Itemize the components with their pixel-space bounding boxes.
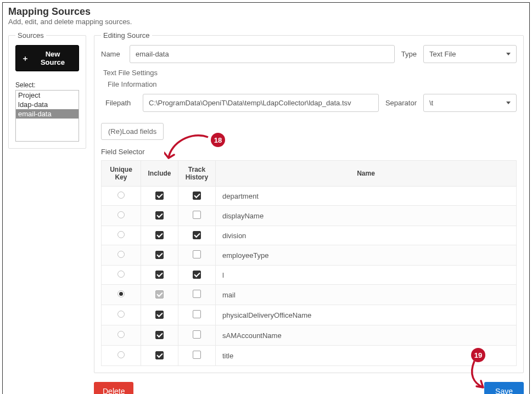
editing-source-legend: Editing Source xyxy=(101,31,152,40)
track-history-checkbox[interactable] xyxy=(193,211,201,219)
track-history-checkbox[interactable] xyxy=(193,192,201,200)
unique-key-radio[interactable] xyxy=(117,331,125,338)
reload-fields-button[interactable]: (Re)Load fields xyxy=(101,123,164,140)
unique-key-radio[interactable] xyxy=(117,271,125,278)
fileinfo-legend: File Information xyxy=(105,80,159,88)
track-history-checkbox[interactable] xyxy=(193,310,201,318)
source-item[interactable]: ldap-data xyxy=(16,100,79,109)
editing-source-panel: Editing Source Name Type Text File Text … xyxy=(94,31,524,373)
col-name: Name xyxy=(216,161,517,187)
track-history-checkbox[interactable] xyxy=(193,271,201,279)
name-label: Name xyxy=(101,50,123,58)
unique-key-radio[interactable] xyxy=(117,211,125,218)
type-label: Type xyxy=(401,50,417,58)
unique-key-radio[interactable] xyxy=(117,192,125,199)
field-name: physicalDeliveryOfficeName xyxy=(216,305,517,325)
include-checkbox[interactable] xyxy=(155,311,164,319)
include-checkbox[interactable] xyxy=(155,192,164,200)
field-name: mail xyxy=(216,285,517,305)
chevron-down-icon xyxy=(506,53,511,55)
sources-panel: Sources ＋ New Source Select: Projectldap… xyxy=(8,31,86,149)
page-title: Mapping Sources xyxy=(8,6,524,18)
filepath-input[interactable] xyxy=(143,94,379,112)
select-label: Select: xyxy=(15,81,79,89)
table-row: sAMAccountName xyxy=(102,325,517,346)
type-select[interactable]: Text File xyxy=(423,45,517,63)
include-checkbox[interactable] xyxy=(155,351,164,359)
new-source-button[interactable]: ＋ New Source xyxy=(15,45,79,71)
table-row: department xyxy=(102,187,517,206)
field-name: displayName xyxy=(216,206,517,226)
track-history-checkbox[interactable] xyxy=(193,250,201,258)
unique-key-radio[interactable] xyxy=(117,290,125,297)
type-value: Text File xyxy=(429,50,456,58)
callout-badge-18: 18 xyxy=(211,133,225,147)
table-row: division xyxy=(102,226,517,245)
include-checkbox[interactable] xyxy=(155,211,164,219)
col-unique-key: Unique Key xyxy=(102,161,141,187)
include-checkbox[interactable] xyxy=(155,271,164,279)
field-name: employeeType xyxy=(216,245,517,266)
include-checkbox xyxy=(155,290,164,299)
field-selector-table: Unique Key Include TrackHistory Name dep… xyxy=(101,160,517,366)
table-row: title xyxy=(102,346,517,366)
include-checkbox[interactable] xyxy=(155,251,164,259)
table-row: l xyxy=(102,266,517,285)
unique-key-radio[interactable] xyxy=(117,351,125,358)
chevron-down-icon xyxy=(506,102,511,104)
table-row: displayName xyxy=(102,206,517,226)
field-name: division xyxy=(216,226,517,245)
unique-key-radio[interactable] xyxy=(117,231,125,238)
track-history-checkbox[interactable] xyxy=(193,330,201,339)
new-source-label: New Source xyxy=(32,50,73,66)
separator-label: Separator xyxy=(385,99,417,107)
plus-icon: ＋ xyxy=(21,54,29,62)
separator-select[interactable]: \t xyxy=(423,94,517,112)
track-history-checkbox[interactable] xyxy=(193,290,201,298)
separator-value: \t xyxy=(429,99,433,107)
table-row: physicalDeliveryOfficeName xyxy=(102,305,517,325)
source-item[interactable]: email-data xyxy=(16,109,79,119)
textfile-settings-legend: Text File Settings xyxy=(101,69,160,77)
table-row: mail xyxy=(102,285,517,305)
filepath-label: Filepath xyxy=(105,99,136,107)
field-name: department xyxy=(216,187,517,206)
sources-legend: Sources xyxy=(15,31,46,40)
callout-badge-19: 19 xyxy=(471,348,485,362)
table-row: employeeType xyxy=(102,245,517,266)
include-checkbox[interactable] xyxy=(155,331,164,339)
source-item[interactable]: Project xyxy=(16,91,79,100)
unique-key-radio[interactable] xyxy=(117,251,125,258)
field-name: sAMAccountName xyxy=(216,325,517,346)
page-subtitle: Add, edit, and delete mapping sources. xyxy=(8,18,524,26)
include-checkbox[interactable] xyxy=(155,231,164,239)
source-list[interactable]: Projectldap-dataemail-data xyxy=(15,90,79,142)
unique-key-radio[interactable] xyxy=(117,311,125,318)
field-name: l xyxy=(216,266,517,285)
field-selector-label: Field Selector xyxy=(101,148,517,156)
delete-button[interactable]: Delete xyxy=(94,382,133,394)
track-history-checkbox[interactable] xyxy=(193,351,201,359)
name-input[interactable] xyxy=(130,45,395,63)
track-history-checkbox[interactable] xyxy=(193,231,201,239)
